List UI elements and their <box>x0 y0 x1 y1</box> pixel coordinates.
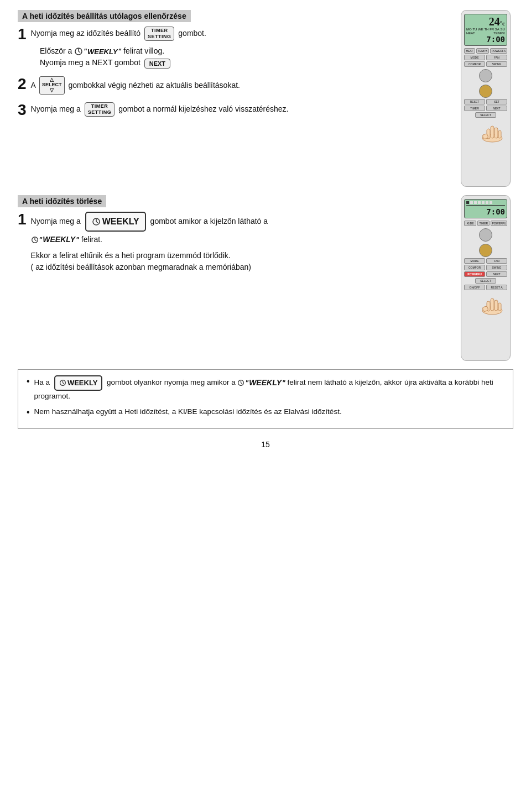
weekly-quote-1: " <box>118 48 122 55</box>
r1-round-btn[interactable] <box>479 69 492 82</box>
r2-swing[interactable]: SWING <box>486 265 507 270</box>
select-btn[interactable]: △ SELECT ▽ <box>39 76 65 95</box>
remote1-row4: RESET SET <box>464 99 507 104</box>
remote1-time: 7:00 <box>466 35 505 44</box>
r1-set[interactable]: SET <box>486 99 507 104</box>
remote1-temp: 24°c <box>466 16 505 27</box>
r1-select[interactable]: SELECT <box>475 112 496 118</box>
day-we: WE <box>478 28 483 31</box>
remote1-gold-btn <box>464 85 507 98</box>
r1-gold-btn[interactable] <box>479 85 492 98</box>
r2-fan[interactable]: FAN <box>486 258 507 264</box>
step1-sub2: Nyomja meg a NEXT gombot NEXT <box>40 58 455 68</box>
page-num-text: 15 <box>261 440 270 449</box>
step2-text-after: gombokkal végig nézheti az aktuális beál… <box>68 80 240 89</box>
note1-display-icon <box>237 379 244 386</box>
r2-timer[interactable]: TIMER <box>477 221 490 226</box>
r1-reset[interactable]: RESET <box>464 99 485 104</box>
step1-sub: Először a "WEEKLY" felirat villog. <box>40 46 455 69</box>
r2-reset[interactable]: RESET A <box>486 285 507 290</box>
section1-step3: 3 Nyomja meg a TIMER SETTING gombot a no… <box>18 102 455 118</box>
note2-bullet: • <box>27 406 30 418</box>
remote2-time: 7:00 <box>466 207 505 216</box>
weekly-display-s2: "WEEKLY" <box>31 234 79 245</box>
dot5 <box>482 201 485 204</box>
day-su: SU <box>501 28 505 31</box>
next-btn[interactable]: NEXT <box>144 59 170 69</box>
timer3-btn-bottom: SETTING <box>88 109 112 116</box>
r1-fan[interactable]: FAN <box>486 55 507 60</box>
section2-step1-num: 1 <box>18 212 27 227</box>
r1-btn-tempx[interactable]: TEMPX <box>476 48 489 54</box>
svg-rect-17 <box>491 298 494 311</box>
r2-powerfu[interactable]: POWERFU <box>491 221 507 226</box>
step3-number: 3 <box>18 102 27 118</box>
s2-sub1-text: Ekkor a felirat eltűnik és a heti progra… <box>31 251 231 260</box>
weekly-btn-large[interactable]: WEEKLY <box>85 212 146 232</box>
section2-step1-sub1: Ekkor a felirat eltűnik és a heti progra… <box>31 250 455 261</box>
step1-next-text: Nyomja meg a NEXT gombot <box>40 58 143 67</box>
remote2-row6: ON/OFF RESET A <box>464 285 507 290</box>
r2-next[interactable]: NEXT <box>486 271 507 277</box>
remote2-round-btn <box>464 228 507 242</box>
svg-rect-7 <box>498 130 501 138</box>
svg-line-11 <box>96 222 98 223</box>
remote2-row2: MODE FAN <box>464 258 507 264</box>
svg-line-14 <box>35 240 37 241</box>
dot4 <box>478 201 481 204</box>
r1-timer[interactable]: TIMER <box>464 106 485 111</box>
r2-kibe[interactable]: KI/BE <box>464 221 476 226</box>
section1-step2: 2 A △ SELECT ▽ gombokkal végig nézheti a… <box>18 76 455 95</box>
weekly-btn-label: WEEKLY <box>102 215 139 228</box>
svg-rect-18 <box>494 300 498 311</box>
s2-sub2-text: ( az időzítési beállítások azonban megma… <box>31 263 251 271</box>
remote2: 7:00 KI/BE TIMER POWERFU MODE FAN <box>461 195 511 361</box>
step2-content: A △ SELECT ▽ gombokkal végig nézheti az … <box>31 76 455 95</box>
remote2-days-dots <box>466 201 505 204</box>
timer-setting-btn-1[interactable]: TIMER SETTING <box>144 27 175 41</box>
r1-btn-powerfa[interactable]: POWERFA <box>490 48 507 54</box>
r1-mode[interactable]: MODE <box>464 55 485 60</box>
remote1-container: 24°c MOTUWETHFRSASU HEATTEMPX 7:00 HEAT … <box>461 10 513 187</box>
r2-onoff[interactable]: ON/OFF <box>464 285 485 290</box>
hand-icon-2 <box>477 293 507 315</box>
note1-text: Ha a WEEKLY gombot olyankor nyomja meg a… <box>34 375 504 402</box>
day-mo: MO <box>466 28 472 31</box>
weekly-circle-icon-1 <box>74 47 83 56</box>
r2-gold-btn[interactable] <box>479 244 492 257</box>
note1-display-label: WEEKLY <box>249 377 282 389</box>
remote2-row4: POWERFU NEXT <box>464 271 507 277</box>
remote2-row3: COMFOR SWING <box>464 265 507 270</box>
step1-sub1: Először a "WEEKLY" felirat villog. <box>40 46 455 56</box>
r2-round-btn[interactable] <box>479 228 492 242</box>
section2-title: A heti időzítés törlése <box>18 195 106 207</box>
note1-weekly-btn[interactable]: WEEKLY <box>54 375 102 391</box>
remote1-row6: SELECT <box>464 112 507 118</box>
r1-comfor[interactable]: COMFOR <box>464 61 485 67</box>
step1-text-gombot: gombot. <box>178 29 206 38</box>
r2-powerfu2[interactable]: POWERFU <box>464 271 485 277</box>
remote2-row5: SELECT <box>464 278 507 284</box>
note1-quote-open: " <box>245 378 248 388</box>
svg-rect-5 <box>491 126 494 138</box>
section2-step1: 1 Nyomja meg a WEEKLY <box>18 212 455 273</box>
day-fr: FR <box>490 28 494 31</box>
remote1-row3: COMFOR SWING <box>464 61 507 67</box>
remote2-screen: 7:00 <box>464 199 507 218</box>
r1-btn-heat[interactable]: HEAT <box>464 48 475 54</box>
section2-step1-line1: Nyomja meg a WEEKLY gombot amikor a kije… <box>31 212 455 232</box>
r2-comfor[interactable]: COMFOR <box>464 265 485 270</box>
r2-select[interactable]: SELECT <box>475 278 496 284</box>
page-number: 15 <box>18 440 513 449</box>
remote1: 24°c MOTUWETHFRSASU HEATTEMPX 7:00 HEAT … <box>461 10 511 187</box>
remote2-hand <box>464 293 507 315</box>
remote1-mode-row: HEAT TEMPX POWERFA <box>464 48 507 54</box>
day-sa: SA <box>495 28 499 31</box>
timer-setting-btn-3[interactable]: TIMER SETTING <box>85 102 115 117</box>
r2-mode[interactable]: MODE <box>464 258 485 264</box>
r1-next[interactable]: NEXT <box>486 106 507 111</box>
step1-felirat: felirat villog. <box>123 46 164 55</box>
weekly-quote-open-s2: " <box>39 235 43 245</box>
r1-swing[interactable]: SWING <box>486 61 507 67</box>
s2-text-middle: gombot amikor a kijelzőn látható a <box>150 217 268 226</box>
